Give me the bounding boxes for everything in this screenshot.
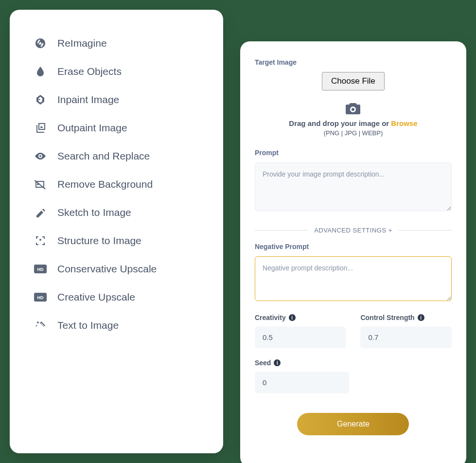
sidebar-item-label: Search and Replace xyxy=(57,150,150,162)
focus-icon xyxy=(34,234,47,247)
generate-button[interactable]: Generate xyxy=(297,413,409,435)
sidebar-item-label: Text to Image xyxy=(57,320,119,331)
sidebar-item-erase-objects[interactable]: Erase Objects xyxy=(34,57,204,86)
sidebar-item-structure[interactable]: Structure to Image xyxy=(34,227,204,255)
creativity-group: Creativity i xyxy=(255,314,346,348)
sidebar-item-label: ReImagine xyxy=(57,37,107,49)
sidebar-item-creative-upscale[interactable]: HD Creative Upscale xyxy=(34,283,204,311)
seed-group: Seed i xyxy=(255,359,349,393)
sidebar-item-label: Creative Upscale xyxy=(57,291,135,303)
sidebar-item-remove-bg[interactable]: Remove Background xyxy=(34,170,204,198)
sidebar-item-search-replace[interactable]: Search and Replace xyxy=(34,142,204,170)
browse-link[interactable]: Browse xyxy=(391,119,417,127)
prompt-label: Prompt xyxy=(255,149,452,157)
sidebar-item-sketch[interactable]: Sketch to Image xyxy=(34,198,204,227)
form-panel: Target Image Choose File Drag and drop y… xyxy=(240,41,466,463)
sidebar-item-label: Inpaint Image xyxy=(57,94,119,106)
target-image-label: Target Image xyxy=(255,58,452,66)
image-icon xyxy=(34,93,47,106)
remove-bg-icon xyxy=(34,178,47,191)
sidebar-item-outpaint[interactable]: Outpaint Image xyxy=(34,114,204,142)
svg-text:HD: HD xyxy=(37,267,44,272)
info-icon[interactable]: i xyxy=(418,314,424,321)
format-text: (PNG | JPG | WEBP) xyxy=(255,129,452,137)
control-strength-input[interactable] xyxy=(360,326,452,348)
hd-icon: HD xyxy=(34,263,47,275)
sidebar-item-reimagine[interactable]: ReImagine xyxy=(34,29,204,57)
sidebar-item-label: Remove Background xyxy=(57,178,153,190)
sidebar-item-label: Structure to Image xyxy=(57,235,141,247)
wand-icon xyxy=(34,319,47,332)
sidebar-item-text-to-image[interactable]: Text to Image xyxy=(34,311,204,339)
hd-icon: HD xyxy=(34,291,47,303)
pencil-icon xyxy=(34,206,47,219)
neg-prompt-label: Negative Prompt xyxy=(255,243,452,250)
seed-label: Seed xyxy=(255,359,271,367)
sidebar-item-label: Sketch to Image xyxy=(57,207,131,218)
seed-input[interactable] xyxy=(255,372,349,393)
sidebar-item-label: Conservative Upscale xyxy=(57,263,157,275)
svg-text:HD: HD xyxy=(37,295,44,300)
eye-icon xyxy=(34,150,47,162)
sidebar-panel: ReImagine Erase Objects Inpaint Image Ou… xyxy=(10,10,223,453)
sidebar-item-label: Outpaint Image xyxy=(57,122,127,134)
advanced-settings-toggle[interactable]: ADVANCED SETTINGS + xyxy=(255,227,452,234)
sidebar-item-label: Erase Objects xyxy=(57,66,122,77)
prompt-input[interactable] xyxy=(255,162,452,211)
upload-area[interactable]: Choose File Drag and drop your image or … xyxy=(255,72,452,137)
drag-drop-text: Drag and drop your image or Browse xyxy=(255,119,452,127)
gallery-icon xyxy=(34,122,47,134)
sidebar-item-conservative-upscale[interactable]: HD Conservative Upscale xyxy=(34,255,204,283)
creativity-input[interactable] xyxy=(255,326,346,348)
choose-file-button[interactable]: Choose File xyxy=(322,72,385,90)
aperture-icon xyxy=(34,37,47,50)
info-icon[interactable]: i xyxy=(289,314,296,321)
info-icon[interactable]: i xyxy=(274,359,281,366)
camera-icon xyxy=(345,102,361,115)
drop-icon xyxy=(34,65,47,78)
control-strength-label: Control Strength xyxy=(360,314,414,321)
creativity-label: Creativity xyxy=(255,314,286,321)
negative-prompt-input[interactable] xyxy=(255,256,452,301)
sidebar-item-inpaint[interactable]: Inpaint Image xyxy=(34,86,204,114)
control-strength-group: Control Strength i xyxy=(360,314,452,348)
